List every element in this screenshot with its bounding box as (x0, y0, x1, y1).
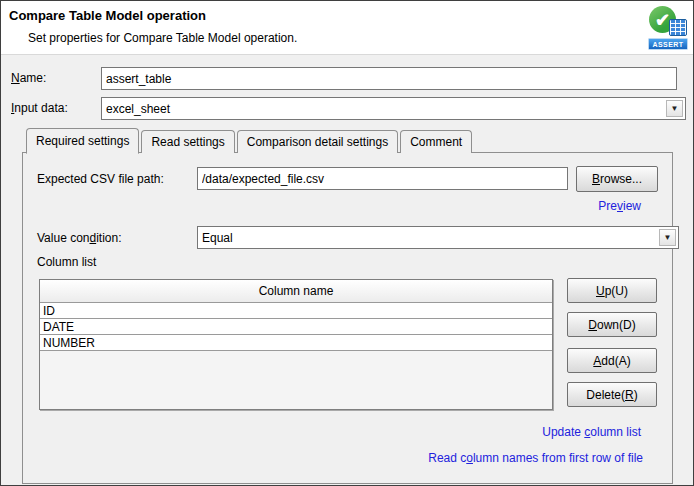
name-input[interactable] (101, 67, 677, 90)
expected-csv-path-input[interactable] (197, 167, 568, 190)
table-grid-icon (669, 19, 687, 36)
table-row[interactable]: DATE (40, 319, 552, 335)
input-data-value: excel_sheet (106, 102, 170, 116)
value-condition-combobox[interactable]: Equal ▼ (197, 226, 679, 249)
update-column-list-link[interactable]: Update column list (542, 425, 641, 439)
chevron-down-icon[interactable]: ▼ (659, 229, 676, 246)
up-button[interactable]: Up(U) (567, 278, 657, 303)
preview-link[interactable]: Preview (598, 199, 641, 213)
table-row[interactable]: NUMBER (40, 335, 552, 351)
down-button[interactable]: Down(D) (567, 312, 657, 337)
tab-comment[interactable]: Comment (400, 130, 472, 153)
expected-csv-path-label: Expected CSV file path: (37, 172, 164, 186)
chevron-down-icon[interactable]: ▼ (666, 100, 683, 117)
add-button[interactable]: Add(A) (567, 348, 657, 373)
value-condition-label: Value condition: (37, 231, 122, 245)
tab-comparison-detail-settings[interactable]: Comparison detail settings (237, 130, 398, 153)
tab-required-settings[interactable]: Required settings (26, 128, 139, 154)
input-data-combobox[interactable]: excel_sheet ▼ (101, 97, 686, 120)
dialog-title: Compare Table Model operation (9, 8, 206, 23)
dialog-subtitle: Set properties for Compare Table Model o… (28, 31, 297, 45)
settings-tabstrip: Required settings Read settings Comparis… (22, 127, 474, 153)
compare-table-model-dialog: Compare Table Model operation Set proper… (0, 0, 694, 486)
column-name-header: Column name (40, 280, 552, 303)
column-list-table: Column name ID DATE NUMBER (39, 279, 553, 410)
read-column-names-link[interactable]: Read column names from first row of file (428, 451, 643, 465)
delete-button[interactable]: Delete(R) (567, 382, 657, 407)
name-label: Name: (11, 71, 46, 85)
value-condition-value: Equal (202, 231, 233, 245)
browse-button[interactable]: Browse... (576, 166, 658, 192)
required-settings-panel: Expected CSV file path: Browse... Previe… (22, 152, 673, 484)
column-list-label: Column list (37, 255, 96, 269)
dialog-header: Compare Table Model operation Set proper… (1, 1, 693, 55)
assert-badge: ASSERT (648, 38, 688, 50)
assert-operation-icon: ✔ ASSERT (648, 4, 688, 50)
input-data-label: Input data: (11, 101, 68, 115)
tab-read-settings[interactable]: Read settings (141, 130, 234, 153)
table-row[interactable]: ID (40, 303, 552, 319)
